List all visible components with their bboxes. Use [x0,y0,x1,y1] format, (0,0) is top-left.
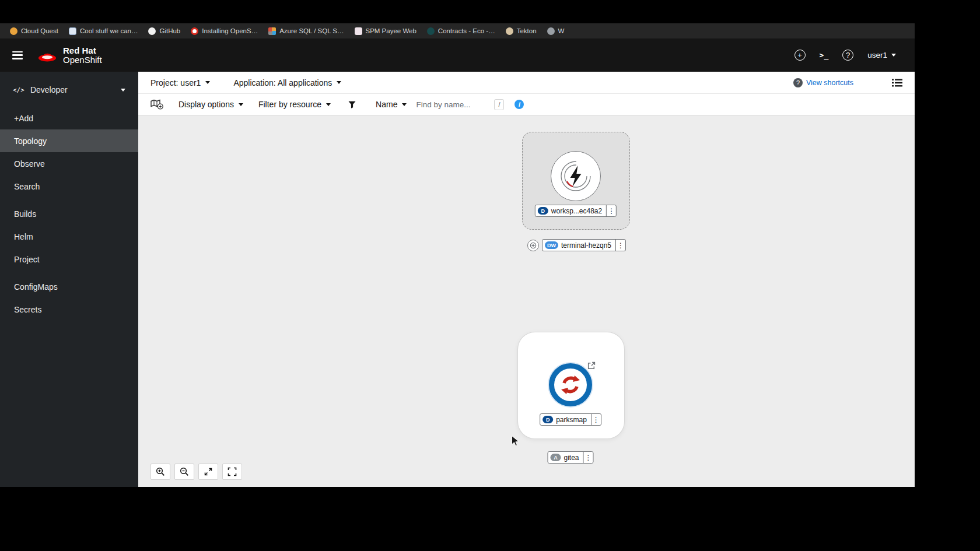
deployment-badge: D [538,207,548,215]
cool-stuff-favicon [69,27,76,35]
help-icon[interactable]: ? [842,50,853,61]
spm-favicon [355,27,362,35]
parksmap-label-text: parksmap [556,416,587,424]
bookmark-azure-sql[interactable]: Azure SQL / SQL S… [263,23,349,38]
parksmap-node-label[interactable]: D parksmap ⋮ [540,413,601,426]
zoom-out-button[interactable] [174,464,194,480]
sidebar-item-project[interactable]: Project [0,248,138,271]
brand-text: Red Hat OpenShift [63,46,102,65]
fullscreen-corners-icon [228,467,237,476]
chevron-down-icon [326,103,331,106]
bookmark-installing-openshift[interactable]: Installing OpenS… [186,23,263,38]
application-dropdown-label: Application: All applications [233,78,332,87]
zoom-in-button[interactable] [150,464,170,480]
perspective-switcher[interactable]: </> Developer [0,81,138,99]
bookmark-github[interactable]: GitHub [143,23,186,38]
chevron-down-icon [121,89,125,92]
info-icon[interactable]: i [514,100,524,109]
zoom-in-icon [156,467,165,476]
zoom-controls [150,464,242,480]
gitea-label-text: gitea [564,454,579,462]
topology-toolbar: Display options Filter by resource Name … [138,94,915,115]
nav-label: Project [14,255,40,264]
list-icon [892,79,902,87]
open-url-decorator[interactable] [587,362,596,373]
nav-label: Topology [14,136,47,146]
kebab-menu-icon[interactable]: ⋮ [615,240,625,251]
bookmark-label: Contracts - Eco -… [438,27,495,34]
bookmark-tekton[interactable]: Tekton [501,23,542,38]
main-content: Project: user1 Application: All applicat… [138,72,915,487]
sidebar-item-add[interactable]: +Add [0,107,138,129]
project-dropdown[interactable]: Project: user1 [150,78,210,87]
filter-by-resource-dropdown[interactable]: Filter by resource [258,100,331,109]
sidebar-item-helm[interactable]: Helm [0,225,138,248]
find-by-name-input[interactable] [415,100,492,110]
name-filter-dropdown[interactable]: Name [376,100,407,109]
sidebar-item-topology[interactable]: Topology [0,129,138,152]
web-terminal-icon[interactable]: >_ [820,51,829,59]
parksmap-icon[interactable] [549,363,592,406]
sidebar-item-secrets[interactable]: Secrets [0,298,138,321]
kebab-menu-icon[interactable]: ⋮ [583,452,593,463]
masthead: Red Hat OpenShift + >_ ? user1 [0,38,915,72]
brand-red-hat: Red Hat [63,46,102,55]
chevron-down-icon [891,54,896,57]
sidebar-item-observe[interactable]: Observe [0,152,138,175]
sidebar: </> Developer +Add Topology Observe Sear… [0,72,138,487]
red-cycle-arrows-icon [559,374,582,396]
terminal-node-row: DW terminal-hezqn5 ⋮ [527,239,626,251]
bookmark-label: SPM Payee Web [366,27,416,34]
bookmark-cool-stuff[interactable]: Cool stuff we can… [64,23,144,38]
external-link-icon [587,362,596,370]
filter-funnel-icon [348,101,356,108]
bookmark-cloud-quest[interactable]: Cloud Quest [5,23,64,38]
application-badge: A [550,454,561,461]
bookmark-label: Azure SQL / SQL S… [279,27,344,34]
brand-openshift: OpenShift [63,55,102,65]
workspace-node-label[interactable]: D worksp...ec48a2 ⋮ [535,205,617,217]
question-circle-icon: ? [793,78,803,87]
terminal-decorator-icon[interactable] [527,240,539,251]
export-application-button[interactable] [150,99,163,110]
sidebar-item-configmaps[interactable]: ConfigMaps [0,275,138,298]
sidebar-item-builds[interactable]: Builds [0,202,138,225]
view-shortcuts-link[interactable]: ? View shortcuts [793,78,853,87]
add-circle-icon[interactable]: + [794,50,806,61]
chevron-down-icon [239,103,243,106]
tekton-favicon [506,27,513,35]
sidebar-item-search[interactable]: Search [0,175,138,198]
nav-label: ConfigMaps [14,282,58,292]
bookmark-label: Installing OpenS… [202,27,258,34]
kebab-menu-icon[interactable]: ⋮ [606,205,616,216]
deployment-badge: D [542,416,553,423]
bookmark-label: Cloud Quest [21,27,58,34]
nav-label: Secrets [14,305,41,314]
hamburger-menu-icon[interactable] [10,50,24,61]
display-options-dropdown[interactable]: Display options [178,100,243,109]
redhat-openshift-logo: Red Hat OpenShift [37,46,102,65]
kebab-menu-icon[interactable]: ⋮ [591,414,601,425]
terminal-node-label[interactable]: DW terminal-hezqn5 ⋮ [542,239,626,251]
bookmark-contracts[interactable]: Contracts - Eco -… [422,23,501,38]
gitea-node-label[interactable]: A gitea ⋮ [547,451,593,464]
bookmark-label: GitHub [159,27,180,34]
user-menu[interactable]: user1 [867,51,896,59]
workspace-node[interactable] [551,151,601,201]
project-dropdown-label: Project: user1 [150,78,201,87]
code-icon: </> [13,86,24,94]
zoom-out-icon [180,467,189,476]
perspective-label: Developer [30,85,68,94]
application-dropdown[interactable]: Application: All applications [233,78,341,87]
terminal-label-text: terminal-hezqn5 [561,241,611,250]
bookmark-w[interactable]: W [542,23,570,38]
view-shortcuts-label: View shortcuts [806,79,853,87]
fullscreen-button[interactable] [222,464,242,480]
list-view-toggle-button[interactable] [892,79,902,87]
map-plus-icon [150,99,163,110]
fit-to-screen-button[interactable] [198,464,218,480]
openshift-favicon [191,27,198,35]
bookmark-spm-payee[interactable]: SPM Payee Web [349,23,422,38]
chevron-down-icon [402,103,407,106]
browser-bookmarks-bar: Cloud Quest Cool stuff we can… GitHub In… [0,23,915,38]
